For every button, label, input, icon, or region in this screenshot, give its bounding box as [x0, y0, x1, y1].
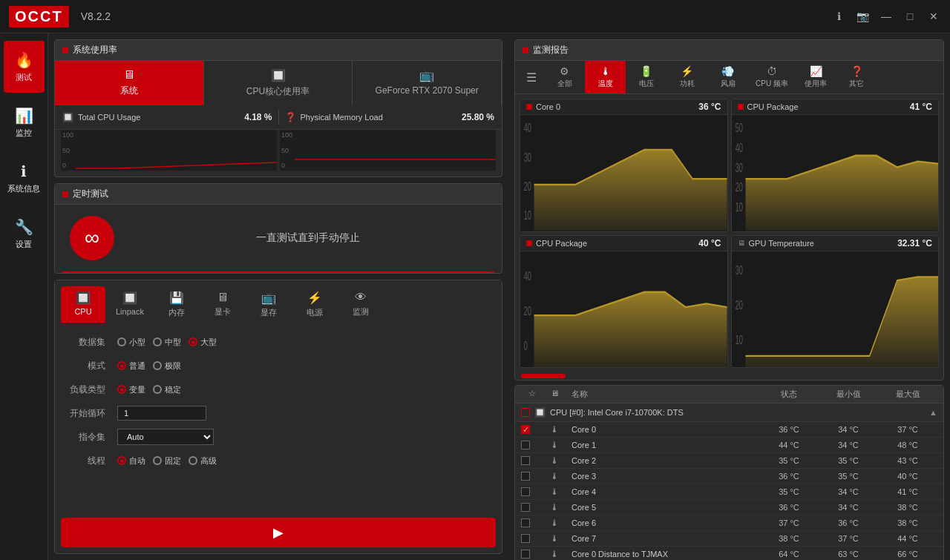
sidebar-item-test[interactable]: 🔥 测试 [4, 41, 45, 93]
content-area: 系统使用率 🖥 系统 🔲 CPU核心使用率 📺 Ge [48, 33, 950, 560]
mode-normal-label: 普通 [129, 360, 145, 372]
sidebar-item-settings[interactable]: 🔧 设置 [4, 208, 45, 260]
row8-check[interactable] [521, 550, 530, 559]
load-stable[interactable]: 稳定 [153, 384, 181, 395]
mode-extreme[interactable]: 极限 [153, 360, 181, 372]
mem-chart-svg [295, 130, 496, 171]
tab-power[interactable]: ⚡ 电源 [292, 286, 337, 323]
restore-button[interactable]: □ [902, 10, 917, 22]
tab-memory[interactable]: 💾 内存 [154, 286, 199, 323]
load-variable[interactable]: 变量 [117, 384, 145, 395]
row2-name: Core 2 [566, 456, 759, 465]
info-button[interactable]: ℹ [831, 10, 846, 22]
thread-advanced-radio[interactable] [189, 456, 197, 465]
tab-vram[interactable]: 📺 显存 [246, 286, 291, 323]
load-stable-radio[interactable] [153, 385, 162, 394]
usage-charts: 100 50 0 100 [55, 130, 502, 177]
sidebar-settings-label: 设置 [16, 239, 32, 250]
row8-status: 64 °C [759, 550, 819, 559]
row0-check[interactable]: ✓ [521, 425, 530, 434]
mode-normal-radio[interactable] [117, 361, 126, 370]
mode-normal[interactable]: 普通 [117, 360, 145, 372]
row4-checkbox[interactable] [521, 487, 543, 496]
tab-temp[interactable]: 🌡 温度 [585, 61, 626, 93]
window-controls[interactable]: ℹ 📷 — □ ✕ [831, 10, 941, 22]
tab-monitor-test[interactable]: 👁 监测 [338, 286, 383, 323]
cpufreq-icon: ⏱ [767, 65, 777, 77]
cpupkg1-chart-area: 50 40 30 20 10 [732, 115, 939, 231]
group-expand-icon[interactable]: ▲ [929, 408, 937, 417]
thread-auto[interactable]: 自动 [117, 455, 145, 467]
row3-status: 36 °C [759, 472, 819, 481]
cycle-input[interactable] [117, 406, 206, 421]
gputemp-value: 32.31 °C [897, 238, 932, 248]
tab-cpu-core[interactable]: 🔲 CPU核心使用率 [204, 61, 353, 105]
monitor-test-label: 监测 [353, 306, 369, 317]
row6-name: Core 6 [566, 518, 759, 527]
group-checkbox[interactable] [521, 408, 530, 417]
tab-gpu[interactable]: 📺 GeForce RTX 2070 Super [353, 61, 502, 105]
row1-check[interactable] [521, 441, 530, 449]
row1-checkbox[interactable] [521, 441, 543, 449]
dataset-small[interactable]: 小型 [117, 337, 145, 348]
row2-check[interactable] [521, 456, 530, 465]
thread-fixed-radio[interactable] [153, 456, 162, 465]
mode-extreme-radio[interactable] [153, 361, 162, 370]
dataset-large-radio[interactable] [189, 337, 197, 346]
tab-system[interactable]: 🖥 系统 [55, 61, 204, 105]
row4-check[interactable] [521, 487, 530, 496]
dataset-medium[interactable]: 中型 [153, 337, 181, 348]
tab-cpu-freq[interactable]: ⏱ CPU 频率 [748, 61, 796, 93]
start-test-button[interactable]: ▶ [61, 518, 496, 547]
svg-text:40: 40 [524, 269, 531, 283]
dataset-medium-radio[interactable] [153, 337, 162, 346]
tab-power-mon[interactable]: ⚡ 功耗 [666, 61, 707, 93]
row0-checkbox[interactable]: ✓ [521, 425, 543, 434]
tab-menu[interactable]: ☰ [519, 61, 544, 93]
dataset-small-radio[interactable] [117, 337, 126, 346]
cpu-test-label: CPU [74, 307, 91, 316]
thread-auto-radio[interactable] [117, 456, 126, 465]
svg-text:20: 20 [735, 181, 742, 194]
sidebar-item-sysinfo[interactable]: ℹ 系统信息 [4, 152, 45, 204]
row6-check[interactable] [521, 518, 530, 527]
row3-checkbox[interactable] [521, 472, 543, 481]
system-tab-icon: 🖥 [123, 68, 135, 82]
cpu-chart-svg [76, 130, 277, 171]
monitor-tabs: ☰ ⚙ 全部 🌡 温度 🔋 电压 [515, 61, 943, 94]
sidebar-monitor-label: 监控 [16, 128, 32, 139]
thread-fixed[interactable]: 固定 [153, 455, 181, 467]
thread-advanced-label: 高级 [200, 455, 217, 467]
tab-voltage[interactable]: 🔋 电压 [626, 61, 666, 93]
tab-usage-mon[interactable]: 📈 使用率 [796, 61, 836, 93]
minimize-button[interactable]: — [879, 10, 894, 22]
row7-check[interactable] [521, 534, 530, 543]
row8-checkbox[interactable] [521, 550, 543, 559]
scroll-position-indicator[interactable] [521, 374, 566, 378]
camera-button[interactable]: 📷 [855, 10, 870, 22]
tab-all[interactable]: ⚙ 全部 [544, 61, 585, 93]
dataset-large[interactable]: 大型 [189, 337, 217, 348]
row6-checkbox[interactable] [521, 518, 543, 527]
infinity-button[interactable]: ∞ [70, 216, 114, 260]
close-button[interactable]: ✕ [926, 10, 941, 22]
instruction-select[interactable]: Auto [117, 429, 214, 445]
tab-fan[interactable]: 💨 风扇 [707, 61, 748, 93]
tab-other[interactable]: ❓ 其它 [836, 61, 877, 93]
tab-cpu-test[interactable]: 🔲 CPU [61, 286, 105, 323]
row7-checkbox[interactable] [521, 534, 543, 543]
thread-fixed-label: 固定 [165, 455, 181, 467]
row3-check[interactable] [521, 472, 530, 481]
row2-checkbox[interactable] [521, 456, 543, 465]
svg-text:50: 50 [735, 122, 742, 135]
tab-linpack[interactable]: 🔲 Linpack [107, 286, 153, 323]
thread-advanced[interactable]: 高级 [189, 455, 217, 467]
gpu-tab-icon: 📺 [419, 68, 434, 82]
load-variable-radio[interactable] [117, 385, 126, 394]
row5-checkbox[interactable] [521, 503, 543, 512]
dataset-medium-label: 中型 [165, 337, 181, 348]
sidebar-item-monitor[interactable]: 📊 监控 [4, 96, 45, 148]
tab-gpu-test[interactable]: 🖥 显卡 [200, 286, 245, 323]
system-usage-header: 系统使用率 [55, 40, 502, 61]
row5-check[interactable] [521, 503, 530, 512]
